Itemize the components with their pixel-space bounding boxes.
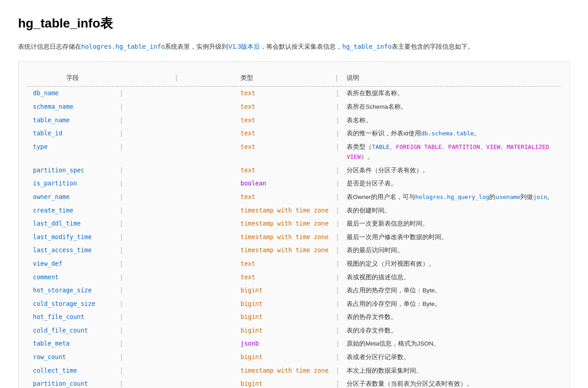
table-row: create_time | timestamp with time zone |… bbox=[28, 204, 560, 217]
sep2: | bbox=[334, 177, 341, 190]
field-desc: 表或视图的描述信息。 bbox=[341, 271, 560, 284]
sep2: | bbox=[334, 284, 341, 297]
field-desc: 表Owner的用户名，可与hologres.hg_query_log的usena… bbox=[341, 190, 560, 204]
sep2: | bbox=[334, 100, 341, 114]
field-name: row_count bbox=[28, 351, 118, 364]
table-row: last_modify_time | timestamp with time z… bbox=[28, 231, 560, 244]
field-type: bigint bbox=[235, 324, 334, 337]
field-desc: 表名称。 bbox=[341, 114, 560, 127]
sep2: | bbox=[334, 114, 341, 127]
table-row: cold_storage_size | bigint | 表占用的冷存空间，单位… bbox=[28, 297, 560, 311]
field-type: bigint bbox=[235, 310, 334, 324]
sep2: | bbox=[334, 364, 341, 378]
table-row: view_def | text | 视图的定义（只对视图有效）。 bbox=[28, 257, 560, 271]
field-name: collect_time bbox=[28, 364, 118, 378]
field-name: type bbox=[28, 140, 118, 164]
field-desc: 分区条件（分区子表有效）。 bbox=[341, 164, 560, 177]
field-type: text bbox=[235, 114, 334, 127]
field-type: text bbox=[235, 257, 334, 271]
field-desc: 表所在数据库名称。 bbox=[341, 87, 560, 100]
sep1: | bbox=[118, 271, 235, 284]
table-container: 字段 | 类型 | 说明 db_name | text | 表所在数据库名称。 … bbox=[18, 61, 570, 388]
field-name: hot_file_count bbox=[28, 310, 118, 324]
field-desc: 表的热存文件数。 bbox=[341, 310, 560, 324]
sep1: | bbox=[118, 244, 235, 257]
field-type: boolean bbox=[235, 177, 334, 190]
sep2: | bbox=[334, 87, 341, 100]
field-name: cold_storage_size bbox=[28, 297, 118, 311]
sep2: | bbox=[334, 244, 341, 257]
table-row: partition_spec | text | 分区条件（分区子表有效）。 bbox=[28, 164, 560, 177]
field-type: bigint bbox=[235, 377, 334, 388]
field-type: timestamp with time zone bbox=[235, 231, 334, 244]
field-name: view_def bbox=[28, 257, 118, 271]
sep2: | bbox=[334, 324, 341, 337]
field-desc: 表的惟一标识，外表id使用db.schema.table。 bbox=[341, 127, 560, 140]
sep1: | bbox=[118, 100, 235, 114]
field-table: 字段 | 类型 | 说明 db_name | text | 表所在数据库名称。 … bbox=[28, 69, 560, 388]
table-row: owner_name | text | 表Owner的用户名，可与hologre… bbox=[28, 190, 560, 204]
field-name: table_meta bbox=[28, 337, 118, 351]
col-header-type: 类型 bbox=[235, 69, 334, 87]
sep2: | bbox=[334, 127, 341, 140]
table-row: last_access_time | timestamp with time z… bbox=[28, 244, 560, 257]
sep1: | bbox=[118, 140, 235, 164]
sep2: | bbox=[334, 204, 341, 217]
field-type: text bbox=[235, 127, 334, 140]
field-type: text bbox=[235, 140, 334, 164]
field-name: partition_count bbox=[28, 377, 118, 388]
table-row: table_id | text | 表的惟一标识，外表id使用db.schema… bbox=[28, 127, 560, 140]
field-type: text bbox=[235, 190, 334, 204]
col-sep-1: | bbox=[118, 69, 235, 87]
table-row: last_ddl_time | timestamp with time zone… bbox=[28, 217, 560, 231]
sep1: | bbox=[118, 364, 235, 378]
table-row: table_meta | jsonb | 原始的Meta信息，格式为JSON。 bbox=[28, 337, 560, 351]
table-row: hot_file_count | bigint | 表的热存文件数。 bbox=[28, 310, 560, 324]
sep1: | bbox=[118, 337, 235, 351]
field-type: timestamp with time zone bbox=[235, 217, 334, 231]
sep2: | bbox=[334, 310, 341, 324]
field-name: owner_name bbox=[28, 190, 118, 204]
field-desc: 表所在Schema名称。 bbox=[341, 100, 560, 114]
sep1: | bbox=[118, 310, 235, 324]
field-desc: 最后一次更新表信息的时间。 bbox=[341, 217, 560, 231]
col-header-field: 字段 bbox=[28, 69, 118, 87]
sep2: | bbox=[334, 377, 341, 388]
field-type: text bbox=[235, 87, 334, 100]
field-name: last_access_time bbox=[28, 244, 118, 257]
sep1: | bbox=[118, 377, 235, 388]
field-type: bigint bbox=[235, 351, 334, 364]
field-name: hot_storage_size bbox=[28, 284, 118, 297]
field-name: table_name bbox=[28, 114, 118, 127]
field-name: schema_name bbox=[28, 100, 118, 114]
sep1: | bbox=[118, 87, 235, 100]
table-row: row_count | bigint | 表或者分区行记录数。 bbox=[28, 351, 560, 364]
table-row: cold_file_count | bigint | 表的冷存文件数。 bbox=[28, 324, 560, 337]
col-header-desc: 说明 bbox=[341, 69, 560, 87]
table-row: table_name | text | 表名称。 bbox=[28, 114, 560, 127]
sep1: | bbox=[118, 284, 235, 297]
sep2: | bbox=[334, 351, 341, 364]
table-row: collect_time | timestamp with time zone … bbox=[28, 364, 560, 378]
field-type: text bbox=[235, 271, 334, 284]
field-name: db_name bbox=[28, 87, 118, 100]
field-desc: 视图的定义（只对视图有效）。 bbox=[341, 257, 560, 271]
sep1: | bbox=[118, 351, 235, 364]
field-desc: 表或者分区行记录数。 bbox=[341, 351, 560, 364]
field-name: partition_spec bbox=[28, 164, 118, 177]
page-title: hg_table_info表 bbox=[18, 14, 570, 34]
sep1: | bbox=[118, 204, 235, 217]
field-type: timestamp with time zone bbox=[235, 244, 334, 257]
field-desc: 表占用的冷存空间，单位：Byte。 bbox=[341, 297, 560, 311]
field-name: create_time bbox=[28, 204, 118, 217]
field-name: last_modify_time bbox=[28, 231, 118, 244]
sep1: | bbox=[118, 190, 235, 204]
sep2: | bbox=[334, 217, 341, 231]
sep2: | bbox=[334, 271, 341, 284]
sep1: | bbox=[118, 257, 235, 271]
sep1: | bbox=[118, 324, 235, 337]
table-row: comment | text | 表或视图的描述信息。 bbox=[28, 271, 560, 284]
field-desc: 表占用的热存空间，单位：Byte。 bbox=[341, 284, 560, 297]
field-desc: 原始的Meta信息，格式为JSON。 bbox=[341, 337, 560, 351]
sep2: | bbox=[334, 140, 341, 164]
